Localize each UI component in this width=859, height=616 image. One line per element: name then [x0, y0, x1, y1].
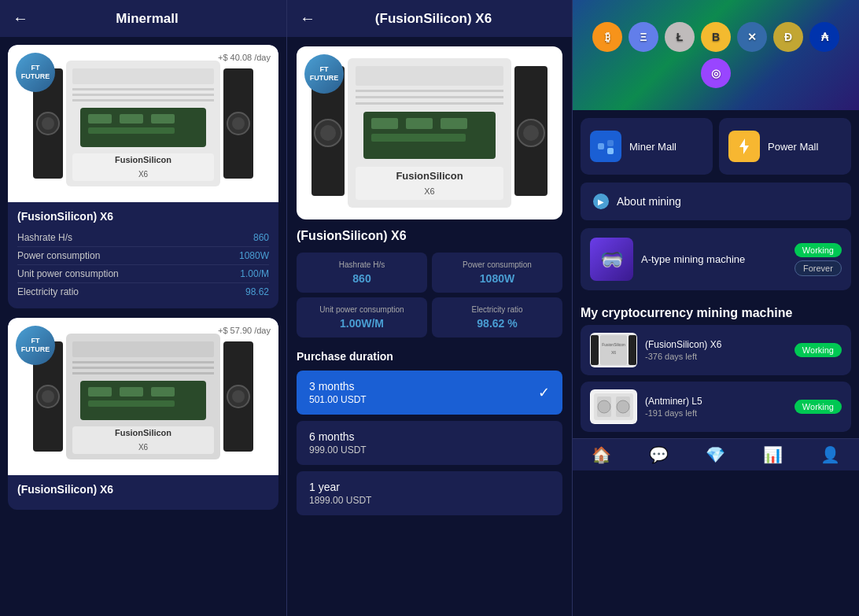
duration-1year-name: 1 year — [309, 481, 550, 493]
miner-card-1[interactable]: FTFUTURE +$ 40.08 /day — [8, 45, 278, 308]
miner-image-2: FTFUTURE +$ 57.90 /day — [8, 318, 278, 475]
miner-name-2: (FusionSilicon) X6 — [17, 483, 269, 496]
spec-unitpower-label-1: Unit power consumption — [17, 268, 119, 279]
my-machine-item-1[interactable]: FusionSilicon X6 (FusionSilicon) X6 -376… — [581, 325, 851, 375]
about-mining-bar[interactable]: ▶ About mining — [581, 183, 851, 220]
svg-rect-4 — [72, 68, 214, 84]
svg-rect-43 — [356, 90, 503, 92]
coin-eth: Ξ — [629, 22, 658, 52]
chat-icon: 💬 — [649, 445, 669, 464]
svg-rect-24 — [72, 361, 214, 363]
spec-box-hashrate-label: Hashrate H/s — [304, 260, 419, 269]
svg-rect-59 — [607, 148, 614, 154]
play-icon: ▶ — [593, 194, 609, 209]
my-machine-name-1: (FusionSilicon) X6 — [645, 339, 787, 350]
power-mall-menu-item[interactable]: Power Mall — [719, 118, 851, 175]
specs-grid: Hashrate H/s 860 Power consumption 1080W… — [297, 253, 562, 338]
nav-item-home[interactable]: 🏠 — [573, 445, 630, 464]
svg-point-21 — [42, 390, 54, 403]
svg-rect-28 — [88, 387, 112, 397]
panel1-back-button[interactable]: ← — [13, 9, 28, 28]
coin-doge: Ð — [773, 22, 803, 52]
stats-icon: 📊 — [763, 445, 783, 464]
svg-rect-23 — [72, 341, 214, 357]
spec-box-unitpower-value: 1.00W/M — [304, 317, 419, 330]
duration-1year[interactable]: 1 year 1899.00 USDT — [297, 471, 562, 515]
svg-text:FusionSilicon: FusionSilicon — [396, 170, 463, 182]
spec-power-1: Power consumption 1080W — [17, 247, 269, 265]
quick-menu: Miner Mall Power Mall — [573, 110, 859, 183]
machine-status-card[interactable]: 🥽 A-type mining machine Working Forever — [581, 228, 851, 290]
coin-ltc: Ł — [665, 22, 695, 52]
svg-rect-31 — [88, 400, 175, 407]
spec-unitpower-1: Unit power consumption 1.00/M — [17, 265, 269, 283]
svg-rect-49 — [441, 118, 467, 129]
spec-electricity-1: Electricity ratio 98.62 — [17, 283, 269, 301]
miner-mall-icon — [590, 131, 621, 162]
detail-miner-visual: FusionSilicon X6 — [312, 58, 547, 208]
svg-point-56 — [523, 125, 539, 141]
panel-detail: ← (FusionSilicon) X6 FTFUTURE — [286, 0, 573, 616]
svg-rect-6 — [72, 94, 214, 96]
panel2-back-button[interactable]: ← — [300, 9, 315, 28]
miner-name-1: (FusionSilicon) X6 — [17, 210, 269, 223]
miner-info-2: (FusionSilicon) X6 — [8, 475, 278, 510]
duration-6months[interactable]: 6 months 999.00 USDT — [297, 421, 562, 465]
my-machine-item-2[interactable]: (Antminer) L5 -191 days left Working — [581, 382, 851, 432]
spec-box-electricity-label: Electricity ratio — [440, 305, 555, 314]
nav-item-mining[interactable]: 💎 — [688, 445, 745, 464]
duration-3months-name: 3 months — [309, 380, 550, 393]
svg-marker-60 — [739, 138, 749, 154]
svg-point-72 — [617, 400, 629, 413]
svg-point-40 — [320, 125, 336, 141]
about-mining-text: About mining — [617, 195, 681, 208]
svg-text:FusionSilicon: FusionSilicon — [115, 428, 171, 437]
spec-box-electricity: Electricity ratio 98.62 % — [432, 297, 562, 338]
panel2-header: ← (FusionSilicon) X6 — [287, 0, 572, 37]
coin-ada: ₳ — [809, 22, 839, 52]
machine-avatar: 🥽 — [590, 238, 633, 281]
power-mall-label: Power Mall — [768, 141, 818, 153]
duration-3months[interactable]: 3 months 501.00 USDT ✓ — [297, 371, 562, 415]
svg-rect-44 — [356, 96, 503, 98]
spec-power-label-1: Power consumption — [17, 250, 100, 261]
miner-card-2[interactable]: FTFUTURE +$ 57.90 /day — [8, 318, 278, 510]
my-machine-working-badge-2: Working — [794, 400, 842, 414]
coin-btc: ₿ — [592, 22, 622, 52]
spec-electricity-label-1: Electricity ratio — [17, 286, 79, 297]
ft-logo-2: FTFUTURE — [16, 326, 55, 365]
spec-box-unitpower-label: Unit power consumption — [304, 305, 419, 314]
miner-mall-menu-item[interactable]: Miner Mall — [581, 118, 713, 175]
my-machine-thumb-1: FusionSilicon X6 — [590, 333, 637, 367]
my-machine-days-2: -191 days left — [645, 408, 787, 418]
nav-item-stats[interactable]: 📊 — [744, 445, 802, 464]
svg-rect-66 — [629, 335, 636, 365]
svg-point-18 — [232, 117, 245, 130]
ft-logo-detail: FTFUTURE — [304, 54, 344, 94]
panel1-content: FTFUTURE +$ 40.08 /day — [0, 37, 286, 615]
power-mall-icon — [728, 131, 760, 162]
nav-item-chat[interactable]: 💬 — [630, 445, 688, 464]
spec-hashrate-label-1: Hashrate H/s — [17, 232, 72, 243]
spec-box-hashrate: Hashrate H/s 860 — [297, 253, 427, 293]
my-machine-status-1: Working — [794, 343, 842, 357]
spec-hashrate-1: Hashrate H/s 860 — [17, 229, 269, 247]
purchase-duration-title: Purchase duration — [297, 350, 562, 363]
svg-rect-29 — [120, 387, 143, 397]
duration-3months-price: 501.00 USDT — [309, 394, 550, 405]
spec-unitpower-value-1: 1.00/M — [240, 268, 269, 279]
duration-6months-name: 6 months — [309, 430, 550, 443]
svg-text:FusionSilicon: FusionSilicon — [115, 155, 171, 164]
svg-point-71 — [598, 400, 610, 413]
svg-rect-57 — [598, 143, 604, 149]
crypto-coins-display: ₿ Ξ Ł B ✕ Ð ₳ ◎ — [573, 14, 859, 96]
svg-text:FusionSilicon: FusionSilicon — [602, 342, 625, 347]
svg-rect-58 — [607, 140, 614, 146]
spec-box-power: Power consumption 1080W — [432, 253, 562, 293]
nav-item-profile[interactable]: 👤 — [802, 445, 859, 464]
machine-info: A-type mining machine — [641, 253, 787, 265]
coin-xrp: ✕ — [737, 22, 767, 52]
my-machine-details-2: (Antminer) L5 -191 days left — [645, 396, 787, 418]
forever-badge: Forever — [794, 260, 842, 276]
svg-rect-9 — [88, 114, 112, 124]
